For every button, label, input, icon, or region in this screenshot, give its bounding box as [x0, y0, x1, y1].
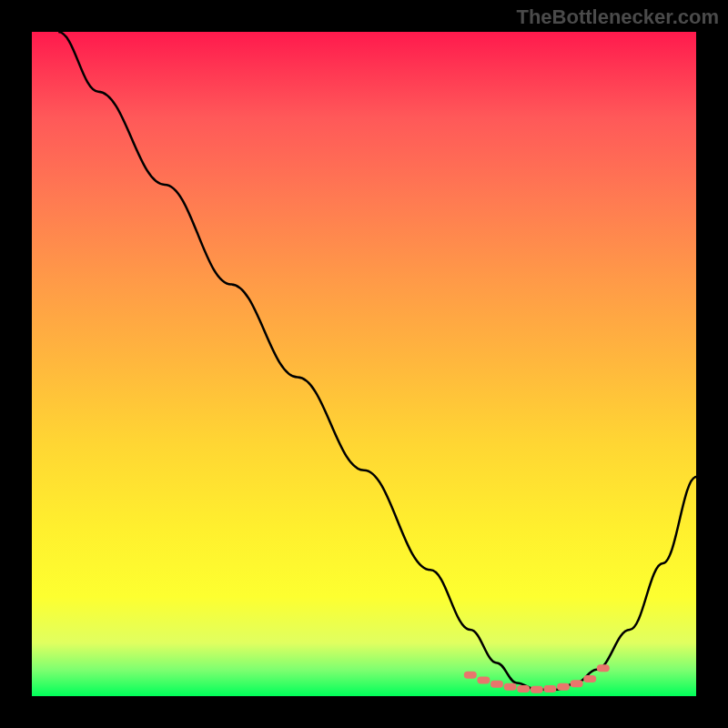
marker-dot — [477, 676, 490, 683]
marker-dot — [531, 686, 543, 693]
chart-markers — [464, 664, 610, 693]
curve-line — [58, 32, 696, 690]
marker-dot — [464, 672, 477, 679]
watermark-text: TheBottlenecker.com — [516, 5, 719, 29]
marker-dot — [517, 685, 530, 693]
marker-dot — [543, 685, 556, 693]
marker-dot — [490, 681, 503, 688]
marker-dot — [557, 683, 570, 691]
marker-dot — [504, 683, 517, 691]
marker-dot — [571, 680, 583, 687]
marker-dot — [597, 664, 610, 672]
chart-curve — [58, 32, 696, 690]
marker-dot — [583, 675, 596, 682]
chart-svg — [0, 0, 728, 728]
